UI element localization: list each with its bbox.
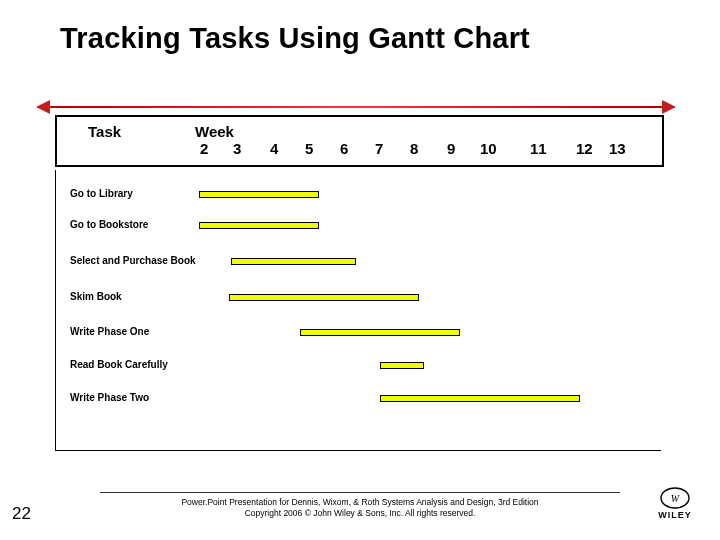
header-week-label: Week [195, 123, 234, 140]
gantt-bar-2 [231, 258, 356, 265]
week-col-12: 12 [576, 140, 593, 157]
gantt-bar-1 [199, 222, 319, 229]
task-label-5: Read Book Carefully [70, 359, 168, 370]
task-label-2: Select and Purchase Book [70, 255, 196, 266]
gantt-bar-4 [300, 329, 460, 336]
svg-text:W: W [671, 493, 681, 504]
week-col-9: 9 [447, 140, 455, 157]
week-col-11: 11 [530, 140, 547, 157]
header-task-label: Task [88, 123, 121, 140]
week-col-8: 8 [410, 140, 418, 157]
task-label-0: Go to Library [70, 188, 133, 199]
slide-title: Tracking Tasks Using Gantt Chart [60, 22, 530, 55]
arrow-right-icon [662, 100, 676, 114]
footer-divider [100, 492, 620, 493]
week-col-4: 4 [270, 140, 278, 157]
week-col-3: 3 [233, 140, 241, 157]
arrow-left-icon [36, 100, 50, 114]
gantt-chart-area [55, 170, 661, 451]
task-label-3: Skim Book [70, 291, 122, 302]
week-col-10: 10 [480, 140, 497, 157]
week-col-6: 6 [340, 140, 348, 157]
gantt-bar-6 [380, 395, 580, 402]
gantt-header-box [55, 115, 664, 167]
footer-line-1: Power.Point Presentation for Dennis, Wix… [100, 497, 620, 507]
week-col-2: 2 [200, 140, 208, 157]
wiley-mark-icon: W [659, 486, 691, 510]
week-col-7: 7 [375, 140, 383, 157]
publisher-logo-text: WILEY [648, 510, 702, 520]
gantt-bar-0 [199, 191, 319, 198]
footer-line-2: Copyright 2006 © John Wiley & Sons, Inc.… [100, 508, 620, 518]
week-col-5: 5 [305, 140, 313, 157]
task-label-1: Go to Bookstore [70, 219, 148, 230]
gantt-bar-3 [229, 294, 419, 301]
task-label-6: Write Phase Two [70, 392, 149, 403]
slide: Tracking Tasks Using Gantt Chart Task We… [0, 0, 720, 540]
divider-arrow-line [46, 106, 666, 108]
gantt-bar-5 [380, 362, 424, 369]
publisher-logo: W WILEY [648, 486, 702, 522]
task-label-4: Write Phase One [70, 326, 149, 337]
page-number: 22 [12, 504, 31, 524]
week-col-13: 13 [609, 140, 626, 157]
